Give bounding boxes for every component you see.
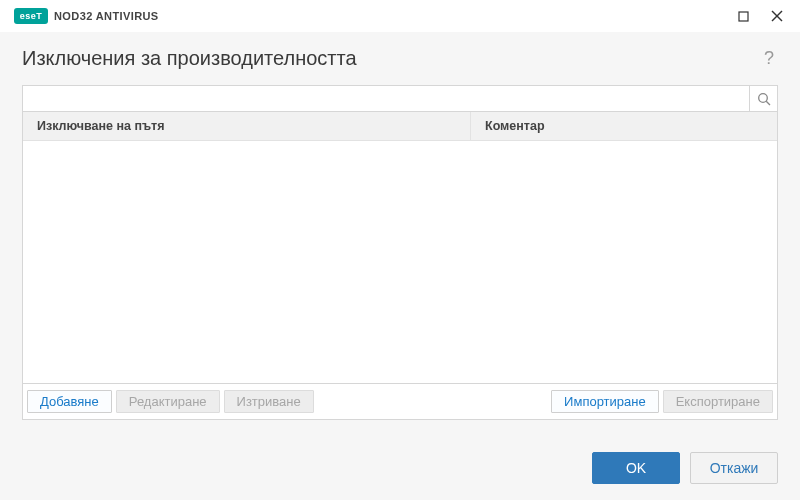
cancel-button[interactable]: Откажи (690, 452, 778, 484)
search-icon (757, 92, 771, 106)
table-header: Изключване на пътя Коментар (23, 112, 777, 141)
export-button[interactable]: Експортиране (663, 390, 773, 413)
content-area: Изключения за производителността ? Изклю… (0, 32, 800, 500)
import-button[interactable]: Импортиране (551, 390, 659, 413)
title-bar: eseT NOD32 ANTIVIRUS (0, 0, 800, 32)
maximize-button[interactable] (726, 2, 760, 30)
footer: OK Откажи (22, 452, 778, 500)
toolbar: Добавяне Редактиране Изтриване Импортира… (22, 384, 778, 420)
app-name: NOD32 ANTIVIRUS (54, 10, 159, 22)
svg-point-3 (758, 93, 767, 102)
edit-button[interactable]: Редактиране (116, 390, 220, 413)
exclusions-table: Изключване на пътя Коментар (22, 112, 778, 384)
close-icon (771, 10, 783, 22)
search-button[interactable] (749, 86, 777, 111)
help-button[interactable]: ? (760, 46, 778, 71)
table-body[interactable] (23, 141, 777, 383)
column-header-path[interactable]: Изключване на пътя (23, 112, 471, 140)
search-row (22, 85, 778, 112)
header-row: Изключения за производителността ? (22, 46, 778, 71)
column-header-comment[interactable]: Коментар (471, 112, 777, 140)
eset-logo: eseT (14, 8, 48, 24)
search-input[interactable] (23, 86, 749, 111)
add-button[interactable]: Добавяне (27, 390, 112, 413)
maximize-icon (738, 11, 749, 22)
svg-line-4 (766, 101, 770, 105)
help-icon: ? (764, 48, 774, 68)
ok-button[interactable]: OK (592, 452, 680, 484)
svg-rect-0 (739, 12, 748, 21)
page-title: Изключения за производителността (22, 47, 357, 70)
close-button[interactable] (760, 2, 794, 30)
delete-button[interactable]: Изтриване (224, 390, 314, 413)
